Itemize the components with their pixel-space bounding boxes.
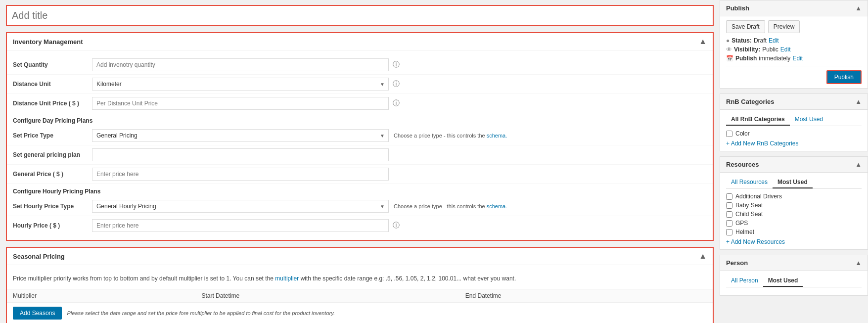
publish-date-row: 📅 Publish immediately Edit bbox=[726, 55, 862, 62]
resource-gps-checkbox[interactable] bbox=[726, 220, 732, 227]
inventory-panel: Inventory Management ▲ Set Quantity ⓘ Di… bbox=[6, 32, 714, 241]
seasonal-panel-body: Price multiplier priority works from top… bbox=[7, 265, 713, 323]
resource-gps: GPS bbox=[726, 220, 862, 227]
seasonal-table: Multiplier Start Datetime End Datetime bbox=[7, 289, 713, 303]
set-quantity-row: Set Quantity ⓘ bbox=[7, 55, 713, 75]
save-draft-button[interactable]: Save Draft bbox=[726, 20, 765, 33]
rnb-categories-tabs: All RnB Categories Most Used bbox=[726, 114, 862, 126]
set-general-plan-input[interactable] bbox=[92, 148, 389, 161]
publish-status-label: Status: bbox=[731, 37, 752, 44]
set-general-plan-wrap bbox=[92, 148, 389, 161]
set-price-type-select-wrap: General Pricing Custom Pricing ▼ bbox=[92, 129, 389, 142]
preview-button[interactable]: Preview bbox=[768, 20, 800, 33]
add-new-resources-link[interactable]: + Add New Resources bbox=[726, 238, 862, 245]
resources-box: Resources ▲ All Resources Most Used Addi… bbox=[720, 156, 868, 250]
hourly-price-help-icon: ⓘ bbox=[393, 221, 400, 230]
set-price-type-label: Set Price Type bbox=[13, 132, 92, 139]
seasonal-multiplier-link[interactable]: multiplier bbox=[275, 275, 299, 282]
person-body: All Person Most Used bbox=[720, 271, 868, 295]
resource-additional-drivers-label: Additional Drivers bbox=[735, 193, 782, 200]
col-end-datetime: End Datetime bbox=[459, 289, 713, 303]
seasonal-pricing-panel: Seasonal Pricing ▲ Price multiplier prio… bbox=[6, 247, 714, 323]
title-input[interactable] bbox=[6, 5, 714, 26]
resource-helmet-checkbox[interactable] bbox=[726, 229, 732, 235]
resource-baby-seat-checkbox[interactable] bbox=[726, 202, 732, 209]
tab-all-rnb-categories[interactable]: All RnB Categories bbox=[726, 114, 790, 126]
distance-unit-price-input[interactable] bbox=[92, 97, 389, 110]
publish-date-label: Publish bbox=[735, 55, 757, 62]
tab-most-used-person[interactable]: Most Used bbox=[763, 275, 803, 287]
rnb-category-color: Color bbox=[726, 130, 862, 137]
set-quantity-help-icon: ⓘ bbox=[393, 60, 400, 69]
set-price-type-row: Set Price Type General Pricing Custom Pr… bbox=[7, 126, 713, 145]
publish-status-value: Draft bbox=[754, 37, 767, 44]
rnb-category-color-checkbox[interactable] bbox=[726, 131, 732, 137]
set-general-plan-label: Set general pricing plan bbox=[13, 151, 92, 158]
hourly-price-input[interactable] bbox=[92, 219, 389, 232]
inventory-panel-body: Set Quantity ⓘ Distance Unit Kilometer M… bbox=[7, 50, 713, 240]
visibility-icon: 👁 bbox=[726, 46, 732, 53]
add-seasons-button[interactable]: Add Seasons bbox=[13, 307, 62, 320]
calendar-icon: 📅 bbox=[726, 55, 733, 62]
rnb-categories-collapse-icon[interactable]: ▲ bbox=[855, 98, 862, 105]
tab-all-resources[interactable]: All Resources bbox=[726, 177, 773, 188]
set-general-plan-row: Set general pricing plan bbox=[7, 145, 713, 165]
person-collapse-icon[interactable]: ▲ bbox=[855, 259, 862, 267]
tab-most-used-rnb-categories[interactable]: Most Used bbox=[790, 114, 828, 126]
distance-unit-price-row: Distance Unit Price ( $ ) ⓘ bbox=[7, 94, 713, 113]
set-quantity-label: Set Quantity bbox=[13, 61, 92, 68]
resource-gps-label: GPS bbox=[735, 220, 748, 227]
resource-helmet: Helmet bbox=[726, 229, 862, 235]
general-price-label: General Price ( $ ) bbox=[13, 171, 92, 178]
add-new-rnb-categories-link[interactable]: + Add New RnB Categories bbox=[726, 140, 862, 147]
seasonal-collapse-icon[interactable]: ▲ bbox=[699, 252, 707, 261]
status-icon: ● bbox=[726, 37, 730, 44]
publish-box-body: Save Draft Preview ● Status: Draft Edit … bbox=[720, 16, 868, 88]
seasonal-footer: Add Seasons Please select the date range… bbox=[7, 303, 713, 323]
set-price-type-select[interactable]: General Pricing Custom Pricing bbox=[92, 129, 389, 142]
resources-header: Resources ▲ bbox=[720, 157, 868, 173]
publish-visibility-edit-link[interactable]: Edit bbox=[780, 46, 791, 53]
configure-hourly-heading: Configure Hourly Pricing Plans bbox=[7, 184, 713, 197]
resources-body: All Resources Most Used Additional Drive… bbox=[720, 173, 868, 249]
general-price-row: General Price ( $ ) bbox=[7, 165, 713, 184]
set-hourly-price-type-select-wrap: General Hourly Pricing Custom Hourly Pri… bbox=[92, 200, 389, 213]
resource-baby-seat-label: Baby Seat bbox=[735, 202, 763, 209]
seasonal-hint: Please select the date range and set the… bbox=[67, 310, 335, 316]
publish-box-header: Publish ▲ bbox=[720, 0, 868, 16]
price-type-schema-note: Choose a price type - this controls the … bbox=[394, 133, 507, 138]
inventory-panel-title: Inventory Management bbox=[13, 38, 83, 46]
publish-date-value: immediately bbox=[759, 55, 790, 62]
publish-footer: Publish bbox=[726, 66, 862, 84]
resource-additional-drivers-checkbox[interactable] bbox=[726, 193, 732, 200]
hourly-price-type-schema-note: Choose a price type - this controls the … bbox=[394, 203, 507, 209]
distance-unit-row: Distance Unit Kilometer Mile ▼ ⓘ bbox=[7, 75, 713, 94]
publish-date-edit-link[interactable]: Edit bbox=[792, 55, 803, 62]
tab-all-person[interactable]: All Person bbox=[726, 275, 763, 287]
distance-unit-wrap: Kilometer Mile ▼ bbox=[92, 78, 389, 91]
distance-unit-select-wrap: Kilometer Mile ▼ bbox=[92, 78, 389, 91]
publish-collapse-icon[interactable]: ▲ bbox=[855, 4, 862, 12]
seasonal-description: Price multiplier priority works from top… bbox=[7, 270, 713, 287]
publish-status-edit-link[interactable]: Edit bbox=[769, 37, 779, 44]
seasonal-panel-header: Seasonal Pricing ▲ bbox=[7, 248, 713, 265]
set-quantity-wrap bbox=[92, 58, 389, 71]
price-type-schema-link[interactable]: schema. bbox=[487, 133, 507, 138]
general-price-input[interactable] bbox=[92, 168, 389, 181]
hourly-price-type-schema-link[interactable]: schema. bbox=[487, 203, 507, 209]
rnb-categories-title: RnB Categories bbox=[726, 98, 775, 105]
set-hourly-price-type-select[interactable]: General Hourly Pricing Custom Hourly Pri… bbox=[92, 200, 389, 213]
resource-child-seat-checkbox[interactable] bbox=[726, 211, 732, 218]
inventory-collapse-icon[interactable]: ▲ bbox=[699, 37, 707, 46]
tab-most-used-resources[interactable]: Most Used bbox=[773, 177, 813, 188]
set-quantity-input[interactable] bbox=[92, 58, 389, 71]
resources-collapse-icon[interactable]: ▲ bbox=[855, 161, 862, 168]
publish-visibility-label: Visibility: bbox=[734, 46, 760, 53]
set-price-type-wrap: General Pricing Custom Pricing ▼ bbox=[92, 129, 389, 142]
resource-baby-seat: Baby Seat bbox=[726, 202, 862, 209]
publish-button[interactable]: Publish bbox=[826, 70, 862, 84]
hourly-price-row: Hourly Price ( $ ) ⓘ bbox=[7, 216, 713, 235]
sidebar: Publish ▲ Save Draft Preview ● Status: D… bbox=[720, 0, 868, 323]
distance-unit-select[interactable]: Kilometer Mile bbox=[92, 78, 389, 91]
distance-unit-help-icon: ⓘ bbox=[393, 80, 400, 89]
